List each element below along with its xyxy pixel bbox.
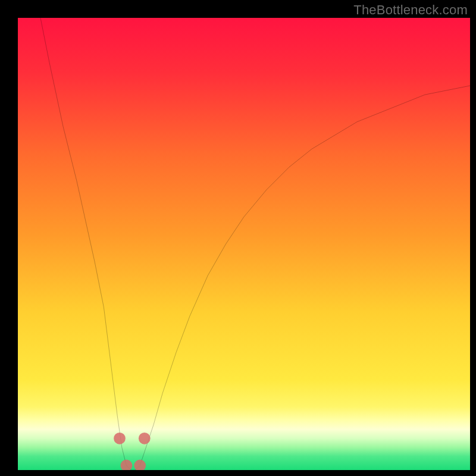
curve-markers — [114, 433, 151, 470]
data-marker — [134, 460, 146, 470]
watermark-text: TheBottleneck.com — [353, 2, 468, 18]
plot-area — [18, 18, 470, 470]
bottleneck-curve — [18, 18, 470, 470]
outer-frame: TheBottleneck.com — [0, 0, 476, 476]
data-marker — [139, 433, 151, 444]
data-marker — [114, 433, 126, 444]
data-marker — [121, 460, 133, 470]
